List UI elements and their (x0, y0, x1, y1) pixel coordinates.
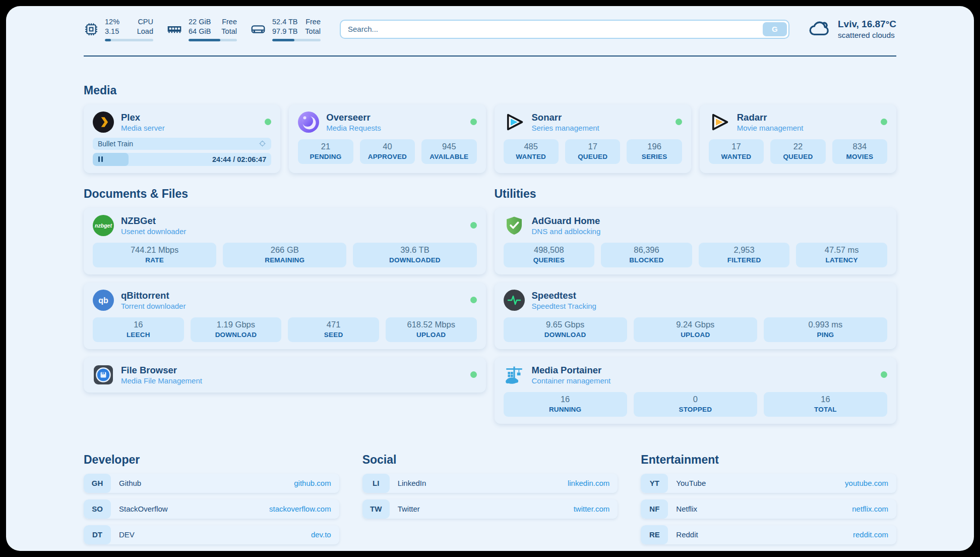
stat-value: 945 (423, 142, 474, 151)
bookmark-abbr: GH (84, 474, 111, 493)
dashboard-page: 12% 3.15 CPU Load (6, 6, 974, 551)
svg-text:qb: qb (98, 296, 108, 304)
cloud-icon (809, 19, 832, 39)
playback-progress-bar: 24:44 / 02:06:47 (93, 153, 271, 166)
service-title: qBittorrent (121, 290, 186, 301)
bookmark-abbr: TW (362, 499, 390, 519)
section-utilities: Utilities (495, 187, 897, 424)
stat-label: WANTED (711, 153, 762, 160)
section-developer: Developer GH Github github.com SO StackO… (84, 453, 339, 544)
service-card-qbittorrent[interactable]: qb qBittorrent Torrent downloader (84, 283, 486, 349)
stat-tile: 16 LEECH (93, 317, 184, 342)
stat-tile: 9.65 Gbps DOWNLOAD (504, 317, 627, 342)
stat-label: UPLOAD (388, 331, 475, 339)
service-card-sonarr[interactable]: Sonarr Series management 485 WANTED 17 Q… (495, 104, 691, 173)
stat-value: 2,953 (701, 245, 788, 255)
stat-value: 9.24 Gbps (636, 320, 755, 329)
stat-value: 9.65 Gbps (506, 320, 625, 329)
disk-total-value: 97.9 TB (272, 27, 298, 36)
memory-progress-bar (189, 39, 237, 41)
service-card-radarr[interactable]: Radarr Movie management 17 WANTED 22 QUE… (700, 104, 896, 173)
status-dot (265, 119, 271, 125)
status-dot (881, 371, 887, 378)
bookmark-name: DEV (111, 530, 135, 539)
stat-tile: 16 TOTAL (764, 392, 887, 417)
sonarr-icon (504, 112, 525, 133)
stat-label: SEED (290, 331, 377, 339)
service-card-plex[interactable]: Plex Media server Bullet Train (84, 104, 280, 173)
disk-free-label: Free (305, 17, 321, 27)
stat-value: 485 (506, 142, 557, 151)
stat-tile: 40 APPROVED (360, 139, 415, 164)
system-stats: 12% 3.15 CPU Load (84, 17, 321, 41)
bookmark-dev[interactable]: DT DEV dev.to (84, 525, 339, 544)
service-subtitle: Series management (532, 124, 599, 132)
weather-condition: scattered clouds (838, 31, 896, 40)
section-media: Media Plex Media server (84, 84, 896, 173)
stat-tile: 196 SERIES (627, 139, 682, 164)
bookmark-name: Reddit (668, 530, 698, 539)
stat-value: 618.52 Mbps (388, 320, 475, 329)
cpu-load-value: 3.15 (105, 27, 119, 36)
bookmark-name: Github (111, 479, 141, 487)
search-input[interactable] (341, 25, 763, 33)
service-card-speedtest[interactable]: Speedtest Speedtest Tracking 9.65 Gbps D… (495, 283, 897, 349)
bookmark-name: StackOverflow (111, 505, 168, 513)
bookmark-name: Twitter (390, 505, 420, 513)
stat-tile: 498,508 QUERIES (504, 243, 595, 267)
stat-value: 744.21 Mbps (95, 245, 214, 255)
entertainment-section-title: Entertainment (641, 453, 896, 467)
memory-progress-fill (189, 39, 220, 41)
service-card-adguard[interactable]: AdGuard Home DNS and adblocking 498,508 … (495, 208, 897, 274)
memory-free-label: Free (221, 17, 237, 27)
disk-progress-bar (272, 39, 321, 41)
service-card-nzbget[interactable]: nzbget NZBGet Usenet downloader 74 (84, 208, 486, 274)
bookmark-twitter[interactable]: TW Twitter twitter.com (362, 499, 618, 519)
service-title: Radarr (737, 112, 804, 123)
stat-tile: 945 AVAILABLE (421, 139, 476, 164)
cpu-usage-value: 12% (105, 17, 119, 27)
stat-label: QUERIES (506, 256, 593, 264)
bookmark-netflix[interactable]: NF Netflix netflix.com (641, 499, 896, 519)
weather-location-temp: Lviv, 16.87°C (838, 19, 896, 30)
search-provider-button[interactable]: G (763, 22, 787, 36)
stat-value: 196 (629, 142, 680, 151)
bookmark-name: LinkedIn (390, 479, 426, 487)
service-card-filebrowser[interactable]: File Browser Media File Management (84, 357, 486, 393)
bookmark-stackoverflow[interactable]: SO StackOverflow stackoverflow.com (84, 499, 339, 519)
stat-label: LEECH (95, 331, 182, 339)
weather-widget[interactable]: Lviv, 16.87°C scattered clouds (809, 19, 896, 40)
service-card-portainer[interactable]: Media Portainer Container management 16 … (495, 357, 897, 424)
stat-label: LATENCY (798, 256, 885, 264)
search-box: G (340, 20, 789, 39)
disk-icon (250, 21, 266, 37)
service-title: Sonarr (532, 112, 599, 123)
stat-tile: 834 MOVIES (832, 139, 887, 164)
bookmark-youtube[interactable]: YT YouTube youtube.com (641, 474, 896, 493)
speedtest-icon (504, 290, 525, 311)
bookmark-linkedin[interactable]: LI LinkedIn linkedin.com (362, 474, 618, 493)
stat-value: 16 (766, 395, 885, 404)
service-card-overseerr[interactable]: Overseerr Media Requests 21 PENDING 40 A… (289, 104, 485, 173)
stat-label: DOWNLOADED (355, 256, 474, 264)
stat-value: 47.57 ms (798, 245, 885, 255)
stat-tile: 16 RUNNING (504, 392, 627, 417)
service-title: AdGuard Home (532, 215, 601, 226)
stat-tile: 266 GB REMAINING (223, 243, 346, 267)
stat-value: 834 (834, 142, 885, 151)
bookmark-reddit[interactable]: RE Reddit reddit.com (641, 525, 896, 544)
stat-label: QUEUED (567, 153, 618, 160)
cpu-icon (84, 22, 99, 37)
stat-value: 1.19 Gbps (193, 320, 280, 329)
service-title: NZBGet (121, 215, 186, 226)
bookmark-github[interactable]: GH Github github.com (84, 474, 339, 493)
stat-value: 266 GB (225, 245, 344, 255)
media-section-title: Media (84, 84, 896, 97)
bookmark-name: Netflix (668, 505, 697, 513)
status-dot (470, 119, 477, 125)
disk-free-value: 52.4 TB (272, 17, 298, 27)
stat-label: RATE (95, 256, 214, 264)
cpu-stat: 12% 3.15 CPU Load (84, 17, 153, 41)
stat-tile: 471 SEED (288, 317, 379, 342)
service-subtitle: Speedtest Tracking (532, 302, 596, 310)
